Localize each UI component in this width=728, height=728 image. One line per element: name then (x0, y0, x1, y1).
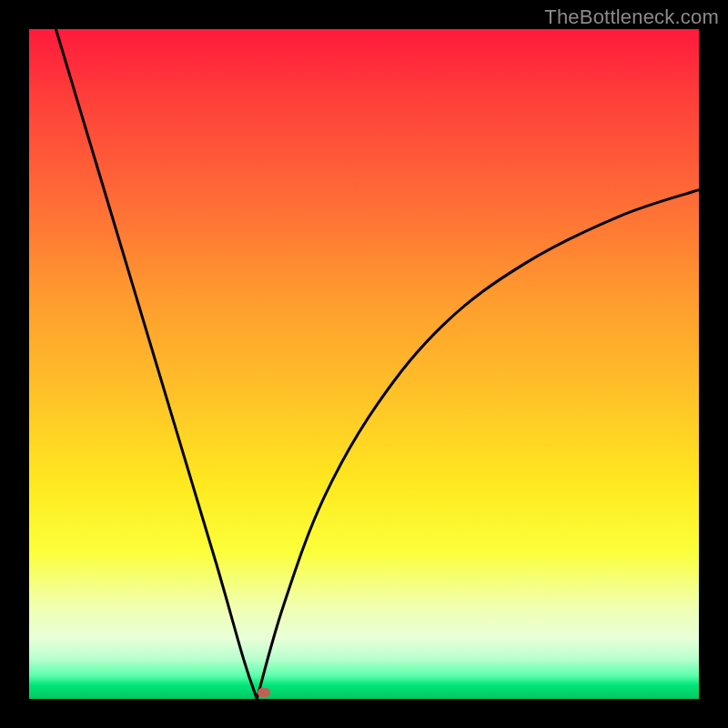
minimum-marker (258, 688, 270, 697)
bottleneck-curve (29, 29, 699, 699)
chart-frame: TheBottleneck.com (0, 0, 728, 728)
plot-area (29, 29, 699, 699)
watermark-text: TheBottleneck.com (544, 5, 719, 29)
